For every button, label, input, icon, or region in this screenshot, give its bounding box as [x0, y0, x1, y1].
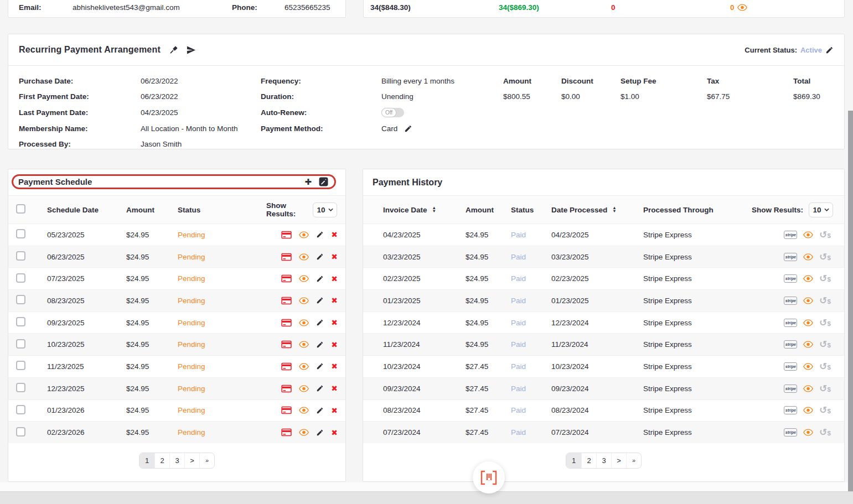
- view-icon[interactable]: [803, 319, 813, 326]
- view-icon[interactable]: [803, 341, 813, 348]
- page-button[interactable]: 1: [139, 453, 154, 468]
- edit-status-icon[interactable]: [825, 46, 834, 54]
- send-icon[interactable]: [187, 45, 196, 55]
- row-checkbox[interactable]: [16, 405, 25, 414]
- edit-icon[interactable]: [316, 297, 324, 304]
- refund-icon[interactable]: ↺$: [819, 362, 831, 371]
- charge-card-icon[interactable]: [281, 253, 292, 261]
- charge-card-icon[interactable]: [281, 428, 292, 437]
- edit-icon[interactable]: [316, 429, 324, 437]
- view-icon[interactable]: [299, 429, 309, 436]
- edit-icon[interactable]: [316, 275, 324, 283]
- stripe-icon[interactable]: stripe: [784, 362, 797, 371]
- row-checkbox[interactable]: [16, 339, 25, 349]
- delete-icon[interactable]: ✖: [331, 429, 338, 437]
- page-button[interactable]: 2: [154, 453, 169, 468]
- charge-card-icon[interactable]: [281, 362, 292, 371]
- edit-schedule-icon[interactable]: [319, 177, 328, 186]
- view-icon[interactable]: [299, 275, 309, 282]
- delete-icon[interactable]: ✖: [331, 385, 338, 392]
- page-button[interactable]: >: [611, 453, 626, 468]
- refund-icon[interactable]: ↺$: [819, 318, 831, 328]
- edit-icon[interactable]: [316, 407, 324, 414]
- page-button[interactable]: 1: [566, 453, 581, 468]
- stripe-icon[interactable]: stripe: [784, 231, 797, 239]
- view-icon[interactable]: [803, 363, 813, 370]
- view-icon[interactable]: [803, 407, 813, 414]
- eye-icon[interactable]: [737, 4, 747, 11]
- charge-card-icon[interactable]: [281, 340, 292, 349]
- barcode-scan-button[interactable]: [473, 461, 505, 493]
- edit-icon[interactable]: [316, 319, 324, 326]
- refund-icon[interactable]: ↺$: [819, 252, 831, 262]
- page-button[interactable]: 3: [596, 453, 611, 468]
- delete-icon[interactable]: ✖: [331, 275, 338, 283]
- refund-icon[interactable]: ↺$: [819, 406, 831, 415]
- edit-icon[interactable]: [316, 385, 324, 392]
- view-icon[interactable]: [803, 231, 813, 238]
- gavel-icon[interactable]: [169, 45, 178, 55]
- sort-icon[interactable]: ▲▼: [612, 206, 616, 214]
- row-checkbox[interactable]: [16, 427, 25, 437]
- view-icon[interactable]: [299, 253, 309, 261]
- view-icon[interactable]: [299, 341, 309, 348]
- row-checkbox[interactable]: [16, 273, 25, 283]
- delete-icon[interactable]: ✖: [331, 362, 338, 370]
- row-checkbox[interactable]: [16, 383, 25, 392]
- view-icon[interactable]: [803, 297, 813, 304]
- refund-icon[interactable]: ↺$: [819, 384, 831, 393]
- edit-icon[interactable]: [316, 341, 324, 349]
- charge-card-icon[interactable]: [281, 231, 292, 239]
- delete-icon[interactable]: ✖: [331, 319, 338, 326]
- edit-icon[interactable]: [316, 231, 324, 238]
- view-icon[interactable]: [299, 363, 309, 370]
- show-results-select[interactable]: 10: [809, 202, 833, 217]
- row-checkbox[interactable]: [16, 229, 25, 238]
- refund-icon[interactable]: ↺$: [819, 428, 831, 437]
- row-checkbox[interactable]: [16, 361, 25, 370]
- page-button[interactable]: 3: [169, 453, 184, 468]
- view-icon[interactable]: [299, 385, 309, 392]
- view-icon[interactable]: [803, 253, 813, 261]
- view-icon[interactable]: [803, 385, 813, 392]
- scrollbar-thumb[interactable]: [848, 111, 853, 491]
- page-button[interactable]: »: [199, 453, 214, 468]
- view-icon[interactable]: [299, 297, 309, 304]
- stripe-icon[interactable]: stripe: [784, 340, 797, 349]
- refund-icon[interactable]: ↺$: [819, 296, 831, 305]
- view-icon[interactable]: [803, 429, 813, 436]
- charge-card-icon[interactable]: [281, 385, 292, 393]
- page-button[interactable]: >: [184, 453, 199, 468]
- row-checkbox[interactable]: [16, 295, 25, 304]
- view-icon[interactable]: [299, 319, 309, 326]
- row-checkbox[interactable]: [16, 251, 25, 261]
- charge-card-icon[interactable]: [281, 319, 292, 327]
- view-icon[interactable]: [299, 231, 309, 238]
- edit-payment-method-icon[interactable]: [404, 124, 412, 133]
- refund-icon[interactable]: ↺$: [819, 274, 831, 283]
- view-icon[interactable]: [803, 275, 813, 282]
- stripe-icon[interactable]: stripe: [784, 319, 797, 327]
- show-results-select[interactable]: 10: [313, 202, 337, 217]
- select-all-checkbox[interactable]: [16, 204, 25, 214]
- stripe-icon[interactable]: stripe: [784, 428, 797, 437]
- stripe-icon[interactable]: stripe: [784, 297, 797, 305]
- edit-icon[interactable]: [316, 362, 324, 370]
- stripe-icon[interactable]: stripe: [784, 406, 797, 414]
- stripe-icon[interactable]: stripe: [784, 274, 797, 283]
- row-checkbox[interactable]: [16, 317, 25, 326]
- auto-renew-toggle[interactable]: Off: [381, 108, 404, 117]
- delete-icon[interactable]: ✖: [331, 297, 338, 304]
- page-button[interactable]: 2: [581, 453, 596, 468]
- delete-icon[interactable]: ✖: [331, 253, 338, 261]
- stripe-icon[interactable]: stripe: [784, 385, 797, 393]
- edit-icon[interactable]: [316, 253, 324, 261]
- stripe-icon[interactable]: stripe: [784, 253, 797, 261]
- charge-card-icon[interactable]: [281, 274, 292, 283]
- delete-icon[interactable]: ✖: [331, 231, 338, 238]
- delete-icon[interactable]: ✖: [331, 341, 338, 349]
- refund-icon[interactable]: ↺$: [819, 230, 831, 240]
- add-schedule-icon[interactable]: ✚: [304, 178, 312, 186]
- charge-card-icon[interactable]: [281, 297, 292, 305]
- page-button[interactable]: »: [626, 453, 641, 468]
